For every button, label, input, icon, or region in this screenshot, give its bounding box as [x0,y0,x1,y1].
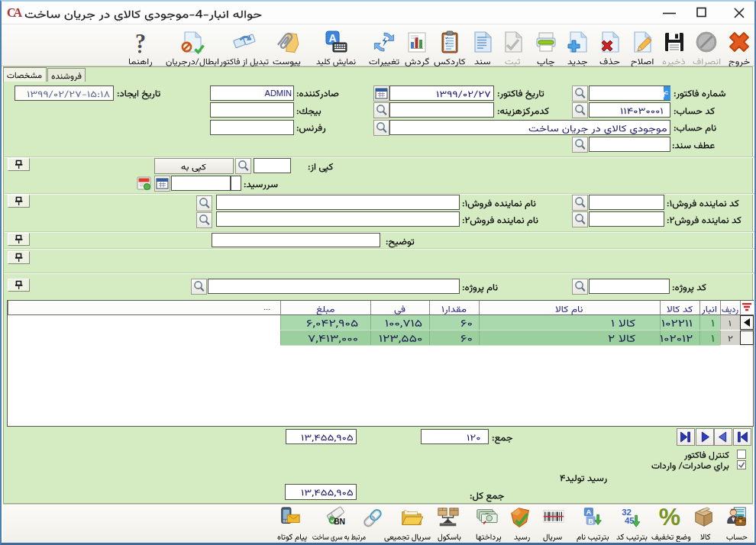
svg-text:45: 45 [625,516,635,525]
svg-text:?: ? [135,30,146,53]
svg-text:A: A [586,508,592,516]
svg-text:32: 32 [622,508,632,517]
svg-text:%: % [659,506,680,529]
svg-text:B: B [588,518,593,525]
svg-text:BN: BN [334,518,345,526]
